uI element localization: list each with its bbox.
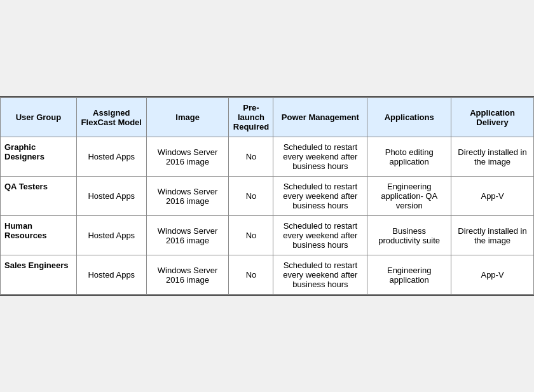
cell-prelaunch: No <box>229 255 273 295</box>
header-user-group: User Group <box>1 98 77 137</box>
header-delivery: Application Delivery <box>451 98 534 137</box>
cell-prelaunch: No <box>229 177 273 216</box>
table-row: Human ResourcesHosted AppsWindows Server… <box>1 216 534 255</box>
data-table: User Group Assigned FlexCast Model Image… <box>0 97 534 295</box>
header-prelaunch: Pre-launch Required <box>229 98 273 137</box>
cell-image: Windows Server 2016 image <box>146 216 229 255</box>
cell-applications: Engineering application <box>367 255 451 295</box>
cell-user-group: Graphic Designers <box>1 137 77 177</box>
cell-prelaunch: No <box>229 137 273 177</box>
cell-flexcast: Hosted Apps <box>76 177 146 216</box>
cell-power: Scheduled to restart every weekend after… <box>273 216 367 255</box>
cell-flexcast: Hosted Apps <box>76 137 146 177</box>
main-table-container: User Group Assigned FlexCast Model Image… <box>0 96 534 296</box>
cell-user-group: Sales Engineers <box>1 255 77 295</box>
cell-applications: Business productivity suite <box>367 216 451 255</box>
cell-applications: Photo editing application <box>367 137 451 177</box>
cell-user-group: QA Testers <box>1 177 77 216</box>
cell-delivery: App-V <box>451 177 534 216</box>
cell-power: Scheduled to restart every weekend after… <box>273 137 367 177</box>
header-flexcast: Assigned FlexCast Model <box>76 98 146 137</box>
table-row: Sales EngineersHosted AppsWindows Server… <box>1 255 534 295</box>
table-row: QA TestersHosted AppsWindows Server 2016… <box>1 177 534 216</box>
cell-flexcast: Hosted Apps <box>76 255 146 295</box>
cell-user-group: Human Resources <box>1 216 77 255</box>
cell-flexcast: Hosted Apps <box>76 216 146 255</box>
table-row: Graphic DesignersHosted AppsWindows Serv… <box>1 137 534 177</box>
cell-image: Windows Server 2016 image <box>146 177 229 216</box>
header-power: Power Management <box>273 98 367 137</box>
header-applications: Applications <box>367 98 451 137</box>
header-row: User Group Assigned FlexCast Model Image… <box>1 98 534 137</box>
cell-power: Scheduled to restart every weekend after… <box>273 255 367 295</box>
cell-delivery: Directly installed in the image <box>451 137 534 177</box>
cell-delivery: App-V <box>451 255 534 295</box>
cell-power: Scheduled to restart every weekend after… <box>273 177 367 216</box>
cell-image: Windows Server 2016 image <box>146 255 229 295</box>
header-image: Image <box>146 98 229 137</box>
cell-delivery: Directly installed in the image <box>451 216 534 255</box>
cell-image: Windows Server 2016 image <box>146 137 229 177</box>
cell-prelaunch: No <box>229 216 273 255</box>
cell-applications: Engineering application- QA version <box>367 177 451 216</box>
